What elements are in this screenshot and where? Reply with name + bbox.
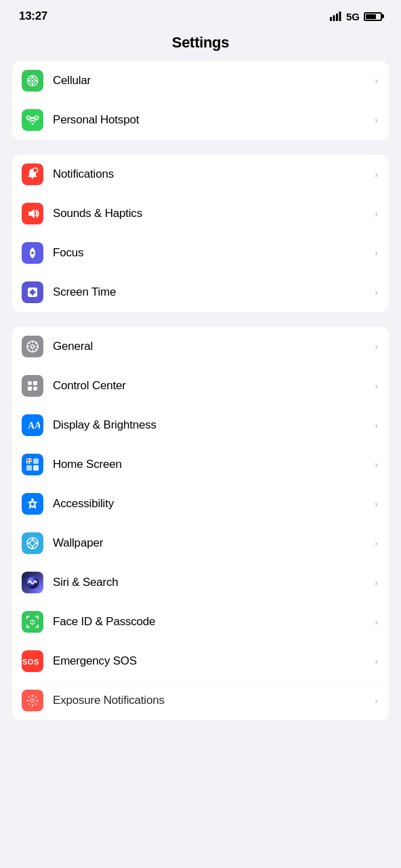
svg-rect-41 [27,462,29,464]
svg-rect-1 [333,16,335,22]
svg-line-27 [35,349,37,351]
exposure-chevron: › [375,695,378,706]
settings-row-hotspot[interactable]: Personal Hotspot › [12,100,389,140]
sos-icon: SOS [22,650,43,672]
homescreen-icon [22,454,43,475]
faceid-chevron: › [375,616,378,627]
network-type: 5G [346,11,360,22]
svg-point-69 [28,696,30,698]
svg-point-53 [28,542,29,544]
settings-row-display[interactable]: AA Display & Brightness › [12,406,389,445]
settings-row-sos[interactable]: SOS Emergency SOS › [12,642,389,681]
wallpaper-chevron: › [375,538,378,549]
cellular-icon [22,70,43,92]
settings-row-control-center[interactable]: Control Center › [12,366,389,406]
svg-point-63 [37,700,39,702]
svg-point-4 [32,80,34,82]
notifications-chevron: › [375,169,378,180]
settings-row-faceid[interactable]: Face ID & Passcode › [12,602,389,642]
svg-rect-36 [33,458,39,464]
status-icons: 5G [330,11,382,22]
status-bar: 13:27 5G [0,0,401,28]
display-chevron: › [375,420,378,431]
notifications-label: Notifications [53,167,371,181]
siri-icon [22,572,43,593]
svg-point-66 [35,696,37,698]
settings-row-siri[interactable]: Siri & Search › [12,563,389,602]
wallpaper-icon [22,532,43,554]
settings-row-exposure[interactable]: Exposure Notifications › [12,681,389,720]
homescreen-chevron: › [375,459,378,470]
screentime-icon [22,281,43,303]
svg-text:AA: AA [28,420,40,431]
settings-row-accessibility[interactable]: Accessibility › [12,484,389,524]
svg-point-56 [30,620,32,622]
svg-line-28 [35,342,37,344]
exposure-label: Exposure Notifications [53,694,371,707]
sounds-label: Sounds & Haptics [53,207,371,220]
settings-row-general[interactable]: General › [12,327,389,366]
svg-rect-32 [28,387,32,391]
screentime-label: Screen Time [53,285,371,299]
accessibility-chevron: › [375,498,378,509]
section-connectivity: Cellular › Personal Hotspot › [12,61,389,140]
sos-label: Emergency SOS [53,654,371,668]
hotspot-label: Personal Hotspot [53,113,371,127]
svg-line-26 [28,342,30,344]
siri-chevron: › [375,577,378,588]
svg-text:SOS: SOS [22,658,39,666]
status-time: 13:27 [19,9,47,23]
sounds-chevron: › [375,208,378,219]
settings-row-notifications[interactable]: Notifications › [12,155,389,194]
settings-row-homescreen[interactable]: Home Screen › [12,445,389,484]
svg-rect-2 [336,14,338,21]
cellular-label: Cellular [53,74,371,87]
hotspot-chevron: › [375,115,378,125]
sos-chevron: › [375,656,378,667]
settings-row-screentime[interactable]: Screen Time › [12,273,389,312]
svg-rect-15 [30,290,35,294]
svg-rect-33 [33,387,37,391]
svg-point-21 [31,345,35,349]
accessibility-icon [22,493,43,515]
notifications-icon [22,163,43,185]
svg-point-45 [30,540,35,546]
svg-line-29 [28,349,30,351]
svg-rect-37 [26,465,32,471]
svg-rect-42 [30,462,32,464]
settings-row-focus[interactable]: Focus › [12,233,389,273]
svg-point-43 [31,498,34,501]
screentime-chevron: › [375,287,378,298]
siri-label: Siri & Search [53,576,371,589]
settings-row-cellular[interactable]: Cellular › [12,61,389,100]
svg-point-9 [32,123,34,125]
settings-row-wallpaper[interactable]: Wallpaper › [12,524,389,563]
sounds-icon [22,203,43,224]
signal-icon [330,12,342,21]
control-center-icon [22,375,43,397]
cellular-chevron: › [375,75,378,86]
svg-point-57 [34,620,35,622]
display-icon: AA [22,414,43,436]
svg-rect-0 [330,17,332,21]
svg-point-52 [32,547,33,548]
homescreen-label: Home Screen [53,458,371,471]
control-center-chevron: › [375,380,378,391]
svg-point-62 [32,695,34,697]
svg-point-61 [30,698,35,703]
svg-point-67 [35,703,37,705]
control-center-label: Control Center [53,379,371,393]
svg-point-65 [27,700,29,702]
section-notifications: Notifications › Sounds & Haptics › Focus… [12,155,389,312]
svg-point-11 [33,168,38,173]
settings-row-sounds[interactable]: Sounds & Haptics › [12,194,389,233]
display-label: Display & Brightness [53,418,371,432]
faceid-label: Face ID & Passcode [53,615,371,629]
battery-icon [364,12,382,21]
focus-icon [22,242,43,264]
faceid-icon [22,611,43,633]
svg-point-13 [31,252,34,254]
section-general: General › Control Center › AA Display & … [12,327,389,720]
general-icon [22,336,43,357]
svg-rect-3 [339,12,341,21]
